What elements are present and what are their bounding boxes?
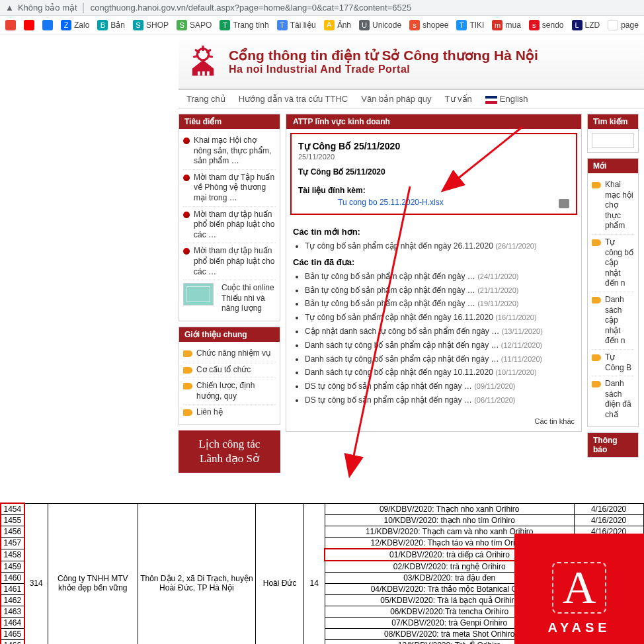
cell-product: 10/KDBV/2020: thạch nho tím Orihiro [325,515,574,526]
bookmark-favicon: s [409,20,420,30]
cell-stt: 314 [24,503,48,644]
news-item[interactable]: Tự công bố sản phẩm cập nhật đến ngày 16… [305,311,575,325]
cell-product: 09/KDBV/2020: Thạch nho xanh Orihiro [325,503,574,515]
bookmark-item[interactable]: LLZD [572,20,600,30]
focus-item[interactable]: Cuộc thi online Thiếu nhi và năng lượng [183,280,276,317]
bookmark-item[interactable] [42,20,53,30]
intro-item[interactable]: Chiến lược, định hướng, quy [183,378,276,405]
portal-header: Cổng thông tin điện tử Sở Công thương Hà… [179,34,644,89]
bullet-icon [592,381,601,387]
bookmark-item[interactable]: BBản [97,20,125,30]
nav-english[interactable]: English [485,94,528,104]
cell-address: Thôn Dậu 2, xã Di Trạch, huyện Hoài Đức,… [138,503,255,644]
news-item[interactable]: DS tự công bố sản phẩm cập nhật đến ngày… [305,393,575,407]
article-date: 25/11/2020 [298,153,569,161]
focus-item[interactable]: Mời tham dự tập huấn phổ biến pháp luật … [183,243,276,280]
panel-gioithieu-header: Giới thiệu chung [179,327,280,342]
news-item[interactable]: Tự công bố sản phẩm cập nhật đến ngày 26… [305,239,575,253]
row-number: 1458 [1,549,24,561]
news-item[interactable]: Danh sách tự công bố cập nhật đến ngày 1… [305,366,575,380]
printer-icon[interactable] [559,199,569,208]
focus-item[interactable]: Mời tham dự tập huấn phổ biến pháp luật … [183,207,276,244]
row-number: 1459 [1,561,24,573]
cell-date: 4/16/2020 [574,515,643,526]
news-item[interactable]: Bản tự công bố sản phẩm cập nhật đến ngà… [305,297,575,311]
new-item[interactable]: Tự Công B [592,350,634,376]
article-title: Tự Công Bố 25/11/2020 [298,141,569,151]
search-input[interactable] [592,133,634,148]
focus-item[interactable]: Khai mạc Hội chợ nông sản, thực phẩm, sả… [183,133,276,170]
bookmark-favicon: S [133,20,143,30]
bookmark-item[interactable]: SSAPO [177,20,212,30]
bullet-icon [592,354,601,361]
attachment-link[interactable]: Tu cong bo 25.11.2020-H.xlsx [338,198,444,207]
bookmark-item[interactable]: ppage [608,20,639,30]
row-number: 1455 [1,515,24,526]
new-item[interactable]: Danh sách cập nhật đến n [592,292,634,350]
thumbnail-icon [183,283,214,305]
bullet-icon [183,175,190,181]
panel-attp: ATTP lĩnh vực kinh doanh Tự Công Bố 25/1… [286,114,582,432]
bookmark-item[interactable]: TTIKI [456,20,484,30]
bullet-icon [183,409,192,416]
bookmark-item[interactable]: TTài liệu [277,20,316,30]
row-number: 1457 [1,538,24,549]
bookmark-favicon: U [359,20,370,30]
bookmark-item[interactable]: ZZalo [61,20,89,30]
bookmark-item[interactable] [5,20,16,30]
panel-search: Tìm kiếm [587,114,639,153]
bookmark-item[interactable]: ssendo [529,20,564,30]
news-item[interactable]: Bản tự công bố sản phẩm cập nhật đến ngà… [305,284,575,298]
bookmark-item[interactable]: TTrang tính [220,20,268,30]
bookmark-favicon: s [529,20,540,30]
nav-advise[interactable]: Tư vấn [445,94,472,104]
bullet-icon [592,297,601,303]
intro-item[interactable]: Chức năng nhiệm vụ [183,346,276,362]
panel-tieudiem-header: Tiêu điểm [179,114,280,129]
bookmark-item[interactable]: UUnicode [359,20,401,30]
news-item[interactable]: Danh sách tự công bố sản phẩm cập nhật đ… [305,339,575,352]
intro-item[interactable]: Liên hệ [183,405,276,421]
new-item[interactable]: Khai mạc hội chợ thực phẩm [592,177,634,235]
nav-guide[interactable]: Hướng dẫn và tra cứu TTHC [239,94,348,104]
row-number: 1465 [1,629,24,640]
row-number: 1464 [1,618,24,629]
news-item[interactable]: Danh sách tự công bố sản phẩm cập nhật đ… [305,352,575,366]
intro-item[interactable]: Cơ cấu tổ chức [183,362,276,379]
panel-moi: Mới Khai mạc hội chợ thực phẩmTự công bố… [587,158,639,427]
ayase-brand-overlay: A AYASE [514,534,644,644]
bookmark-item[interactable]: ẢẢnh [324,20,351,30]
bookmark-item[interactable]: sshopee [409,20,448,30]
bookmark-item[interactable]: SSHOP [133,20,169,30]
new-item[interactable]: Tự công bố cập nhật đến n [592,235,634,292]
new-item[interactable]: Danh sách điện đã chấ [592,376,634,423]
portal-title: Cổng thông tin điện tử Sở Công thương Hà… [229,48,538,63]
bullet-icon [183,367,192,374]
address-bar[interactable]: ▲ Không bảo mật │ congthuong.hanoi.gov.v… [0,0,644,16]
table-row: 1454314Công ty TNHH MTV khỏe đẹp bền vữn… [1,503,643,515]
bookmark-favicon [24,20,34,30]
bookmark-favicon: T [456,20,467,30]
ayase-logo-icon: A [552,562,607,614]
news-item[interactable]: Cập nhật danh sách tự công bố sản phẩm đ… [305,325,575,339]
nav-home[interactable]: Trang chủ [186,94,225,104]
bookmark-favicon: T [277,20,288,30]
news-item[interactable]: Bản tự công bố sản phẩm cập nhật đến ngà… [305,270,575,284]
bookmark-item[interactable] [24,20,34,30]
bookmark-favicon: S [177,20,187,30]
row-number: 1456 [1,526,24,538]
url-text: congthuong.hanoi.gov.vn/default.aspx?pag… [91,3,412,13]
uk-flag-icon [485,96,497,104]
bookmark-favicon: p [608,20,618,30]
ayase-brand-text: AYASE [547,620,610,635]
bookmark-item[interactable]: mmua [492,20,520,30]
panel-thongbao: Thông báo [587,432,639,458]
panel-lichcongtac[interactable]: Lịch công tác Lãnh đạo Sở [179,430,280,473]
panel-attp-header: ATTP lĩnh vực kinh doanh [286,114,581,129]
nav-law[interactable]: Văn bản pháp quy [361,94,431,104]
bookmark-favicon [5,20,16,30]
focus-item[interactable]: Mời tham dự Tập huấn về Phòng vệ thương … [183,170,276,207]
news-item[interactable]: DS tự công bố sản phẩm cập nhật đến ngày… [305,380,575,393]
other-news-link[interactable]: Các tin khác [534,417,575,425]
bookmark-favicon [42,20,53,30]
